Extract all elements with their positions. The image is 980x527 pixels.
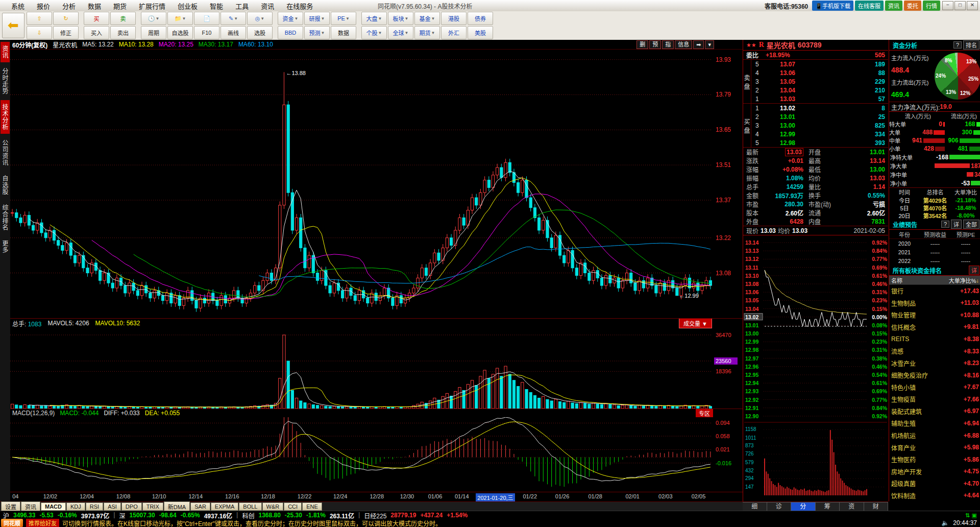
tab-W&R[interactable]: W&R [262,502,284,511]
toolbar-button-期货[interactable]: 期货▼ [414,26,440,39]
tab-EXPMA[interactable]: EXPMA [211,502,239,511]
kline-button-➡[interactable]: ➡ [693,40,704,49]
buy-row-2[interactable]: 213.0125 [751,112,888,121]
sector-row-体育产业[interactable]: 体育产业+5.98 [889,441,980,453]
chip-手机版下载[interactable]: 📱手机版下载 [812,1,853,11]
toolbar-button-买入[interactable]: 买入 [84,26,109,39]
toolbar-button-⇩[interactable]: ⇩ [27,26,52,39]
right-tab-资[interactable]: 资 [840,502,864,511]
recommend-button[interactable]: 推荐给好友 [26,519,59,527]
tab-资讯[interactable]: 资讯 [21,501,40,512]
toolbar-button-美股[interactable]: 美股 [468,26,493,39]
sector-row-REITS[interactable]: REITS+8.38 [889,333,980,345]
zone-button[interactable]: 专区 [696,409,713,417]
menu-系统[interactable]: 系统 [5,0,31,12]
toolbar-button-✎[interactable]: ✎▼ [220,12,246,25]
tab-SAR[interactable]: SAR [190,502,210,511]
tab-TRIX[interactable]: TRIX [142,502,163,511]
menu-工具[interactable]: 工具 [229,0,255,12]
toolbar-button-债券[interactable]: 债券 [468,12,493,25]
tab-BOLL[interactable]: BOLL [239,502,261,511]
kline-button-指[interactable]: 指 [662,40,674,49]
perf-help-button[interactable]: ? [941,221,949,228]
menu-期货[interactable]: 期货 [107,0,133,12]
kline-button-预[interactable]: 预 [649,40,661,49]
right-tab-财[interactable]: 财 [864,502,889,511]
back-button[interactable]: ⬅ [2,13,24,38]
toolbar-button-卖出[interactable]: 卖出 [110,26,136,39]
sidebar-item-更多[interactable]: 更多 [1,236,10,257]
buy-row-1[interactable]: 113.028 [751,104,888,112]
sector-col-header[interactable]: 名称 大单净比% ↓ [889,276,980,285]
right-tab-诊[interactable]: 诊 [767,502,792,511]
chip-行情[interactable]: 行情 [923,1,940,11]
toolbar-button-周期[interactable]: 周期 [141,26,166,39]
sector-row-机场航运[interactable]: 机场航运+6.88 [889,429,980,442]
minimize-button[interactable]: − [942,1,953,10]
toolbar-button-PE[interactable]: PE▼ [331,12,356,25]
perf-detail-button[interactable]: 详 [951,220,962,229]
menu-在线服务[interactable]: 在线服务 [280,0,319,12]
tab-CCI[interactable]: CCI [284,502,302,511]
toolbar-button-选股[interactable]: 选股 [247,26,273,39]
toolbar-button-外汇[interactable]: 外汇 [441,26,467,39]
sell-row-1[interactable]: 113.0357 [751,94,888,103]
toolbar-button-修正[interactable]: 修正 [53,26,79,39]
period-label[interactable]: 60分钟(复权) [12,40,47,49]
intraday-chart[interactable]: 13.140.92%13.130.84%13.120.77%13.110.69%… [743,235,888,501]
toolbar-button-卖[interactable]: 卖 [110,12,136,25]
sector-row-细胞免疫治疗[interactable]: 细胞免疫治疗+8.16 [889,369,980,381]
tab-DPO[interactable]: DPO [121,502,142,511]
toolbar-button-全球[interactable]: 全球▼ [388,26,413,39]
tab-ENE[interactable]: ENE [302,502,322,511]
sector-detail-button[interactable]: 详 [969,266,979,275]
sector-row-信托概念[interactable]: 信托概念+9.81 [889,321,980,333]
menu-智能[interactable]: 智能 [204,0,229,12]
right-tab-筹[interactable]: 筹 [816,502,840,511]
toolbar-button-🕓[interactable]: 🕓▼ [141,12,166,25]
toolbar-button-画线[interactable]: 画线 [220,26,246,39]
toolbar-button-📄[interactable]: 📄 [194,12,219,25]
chip-资讯[interactable]: 资讯 [885,1,902,11]
sector-row-生物制品[interactable]: 生物制品+11.03 [889,297,980,309]
toolbar-button-研报[interactable]: 研报▼ [304,12,330,25]
kline-button-信息[interactable]: 信息 [675,40,692,49]
toolbar-button-预测[interactable]: 预测▼ [304,26,330,39]
buy-row-3[interactable]: 313.00825 [751,121,888,130]
volume-chart[interactable]: 364702356018396 [10,328,743,409]
right-tab-分[interactable]: 分 [791,502,816,511]
tab-ASI[interactable]: ASI [104,502,121,511]
sector-row-辅助生殖[interactable]: 辅助生殖+6.94 [889,417,980,429]
macd-chart[interactable]: 0.0940.0580.021-0.016 [10,417,743,492]
sidebar-item-自选股[interactable]: 自选股 [1,172,10,199]
sector-row-特色小镇[interactable]: 特色小镇+7.67 [889,381,980,394]
sector-row-生物医药[interactable]: 生物医药+5.86 [889,453,980,466]
sell-row-5[interactable]: 513.07189 [751,60,888,68]
tab-RSI[interactable]: RSI [86,502,103,511]
toolbar-button-BBD[interactable]: BBD [278,26,303,39]
sector-row-生物疫苗[interactable]: 生物疫苗+7.66 [889,393,980,405]
toolbar-button-买[interactable]: 买 [84,12,109,25]
toolbar-button-基金[interactable]: 基金▼ [414,12,440,25]
chip-在线客服[interactable]: 在线客服 [855,1,884,11]
menu-创业板[interactable]: 创业板 [172,0,204,12]
close-button[interactable]: ✕ [967,1,978,10]
toolbar-button-资金[interactable]: 资金▼ [278,12,303,25]
sector-row-超级真菌[interactable]: 超级真菌+4.70 [889,477,980,490]
sidebar-item-公司资讯[interactable]: 公司资讯 [1,136,10,170]
tab-MACD[interactable]: MACD [41,502,66,511]
sell-row-3[interactable]: 313.05229 [751,77,888,86]
sidebar-item-资讯[interactable]: 资讯 [1,42,10,62]
tab-新DMA[interactable]: 新DMA [164,501,190,512]
sector-row-物业管理[interactable]: 物业管理+10.88 [889,309,980,321]
kline-button-▾[interactable]: ▾ [705,40,714,49]
speaker-icon[interactable]: 🔈 [941,519,949,526]
toolbar-button-📁[interactable]: 📁▼ [167,12,193,25]
buy-row-5[interactable]: 512.98393 [751,138,888,147]
sector-row-流感[interactable]: 流感+8.33 [889,345,980,357]
toolbar-button-⇧[interactable]: ⇧ [27,12,52,25]
toolbar-button-个股[interactable]: 个股▼ [361,26,387,39]
toolbar-button-F10[interactable]: F10 [194,26,219,39]
tab-设置[interactable]: 设置 [1,501,20,512]
toolbar-button-数据[interactable]: 数据 [331,26,356,39]
